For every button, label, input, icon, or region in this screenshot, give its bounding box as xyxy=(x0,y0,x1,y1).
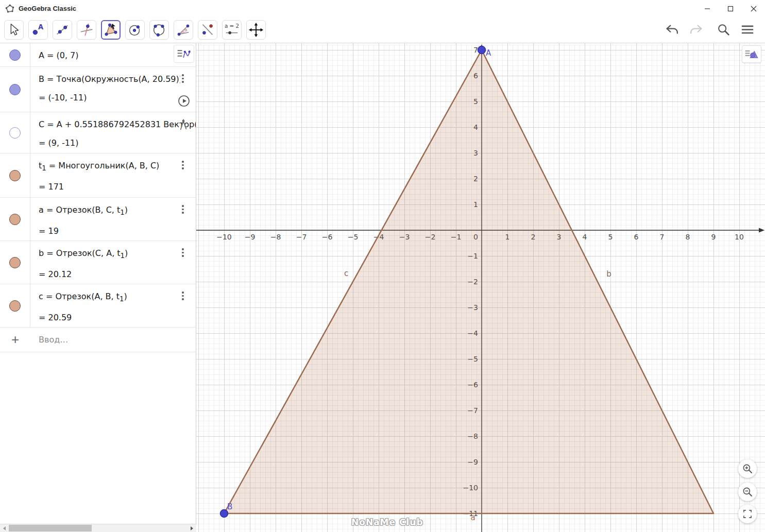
graphics-settings-icon xyxy=(744,47,759,61)
line-icon xyxy=(54,22,71,38)
side-label-a: a xyxy=(470,513,475,522)
expression-t1: t1 = Многоугольник(A, B, C) xyxy=(39,160,180,174)
side-label-c: c xyxy=(344,269,348,278)
hamburger-menu-icon xyxy=(740,22,755,38)
slider-tool-button[interactable]: a = 2 xyxy=(222,20,242,40)
graphics-canvas: −10−9−8−7−6−5−4−3−2−1123456789107654321−… xyxy=(196,43,765,532)
algebra-row-t1[interactable]: t1 = Многоугольник(A, B, C) = 171 xyxy=(0,153,196,198)
visibility-marble-t1[interactable] xyxy=(0,153,30,197)
add-expression-button[interactable]: + xyxy=(0,328,30,352)
minimize-icon xyxy=(704,6,710,12)
kebab-menu-c[interactable] xyxy=(179,291,186,302)
x-axis-arrow xyxy=(759,228,764,233)
conic-through-points-tool-button[interactable] xyxy=(149,20,169,40)
kebab-menu-b[interactable] xyxy=(179,248,186,259)
search-button[interactable] xyxy=(715,21,733,39)
value-b: = 20.12 xyxy=(39,269,180,280)
compass-icon xyxy=(179,119,188,131)
play-animation-button[interactable] xyxy=(178,95,190,107)
algebra-row-b[interactable]: b = Отрезок(C, A, t1) = 20.12 xyxy=(0,241,196,284)
maximize-button[interactable] xyxy=(719,0,742,17)
slider-icon: a = 2 xyxy=(224,22,240,38)
expression-B: B = Точка(Окружность(A, 20.59)) xyxy=(39,74,180,85)
maximize-icon xyxy=(727,6,734,12)
x-tick-label: −5 xyxy=(348,233,359,241)
x-tick-label: −10 xyxy=(216,233,232,241)
visibility-marble-C[interactable] xyxy=(0,112,30,153)
scroll-right-arrow[interactable] xyxy=(188,524,196,532)
visibility-marble-c[interactable] xyxy=(0,284,30,327)
undo-icon xyxy=(665,22,680,38)
scrollbar-thumb[interactable] xyxy=(9,525,92,531)
expression-c: c = Отрезок(A, B, t1) xyxy=(39,291,180,305)
reflect-about-line-tool-button[interactable] xyxy=(198,20,217,40)
svg-text:a = 2: a = 2 xyxy=(225,23,239,29)
algebra-row-c[interactable]: c = Отрезок(A, B, t1) = 20.59 xyxy=(0,284,196,328)
x-tick-label: 6 xyxy=(634,233,639,241)
visibility-marble-B[interactable] xyxy=(0,67,30,112)
value-a: = 19 xyxy=(39,226,180,237)
expression-a: a = Отрезок(B, C, t1) xyxy=(39,204,180,218)
zoom-out-button[interactable] xyxy=(738,483,757,501)
circle-with-center-tool-button[interactable] xyxy=(125,20,145,40)
side-label-b: b xyxy=(606,269,611,279)
kebab-menu-t1[interactable] xyxy=(179,161,186,171)
x-tick-label: −7 xyxy=(296,233,307,241)
construction-layer: cbaAB xyxy=(220,46,714,523)
graphics-view[interactable]: −10−9−8−7−6−5−4−3−2−1123456789107654321−… xyxy=(196,43,765,532)
move-tool-button[interactable] xyxy=(4,20,24,40)
value-t1: = 171 xyxy=(39,181,180,193)
point-label-A: A xyxy=(486,48,491,58)
x-tick-label: 10 xyxy=(735,233,744,241)
title-bar: GeoGebra Classic xyxy=(0,0,765,17)
x-tick-label: 5 xyxy=(608,233,613,241)
move-graphics-view-tool-button[interactable] xyxy=(246,20,266,40)
triangle-t1[interactable] xyxy=(224,50,713,513)
geogebra-logo-icon xyxy=(5,4,14,13)
point-A[interactable] xyxy=(478,46,486,54)
perpendicular-line-tool-button[interactable] xyxy=(77,20,96,40)
zoom-in-button[interactable] xyxy=(738,459,757,478)
fullscreen-button[interactable] xyxy=(738,505,757,523)
fullscreen-icon xyxy=(742,508,753,520)
algebra-row-A[interactable]: A = (0, 7) xyxy=(0,43,196,67)
algebra-style-button[interactable] xyxy=(174,45,194,63)
conic-points-icon xyxy=(151,22,167,38)
zoom-out-icon xyxy=(741,486,754,498)
polygon-tool-button[interactable] xyxy=(101,20,121,40)
point-tool-button[interactable]: A xyxy=(28,20,48,40)
redo-button[interactable] xyxy=(687,21,705,39)
algebra-input-row: + xyxy=(0,328,196,352)
scroll-left-arrow[interactable] xyxy=(0,524,8,532)
circle-center-point-icon xyxy=(127,22,143,38)
algebra-row-C[interactable]: C = A + 0.551886792452831 Вектор(A, B = … xyxy=(0,112,196,153)
x-tick-label: 9 xyxy=(711,233,716,241)
svg-text:A: A xyxy=(38,23,44,31)
cursor-icon xyxy=(6,22,22,38)
geogebra-window: GeoGebra Classic A xyxy=(0,0,765,532)
polygon-icon xyxy=(103,22,119,38)
zoom-in-icon xyxy=(741,462,754,475)
minimize-button[interactable] xyxy=(695,0,719,17)
line-tool-button[interactable] xyxy=(53,20,72,40)
visibility-marble-a[interactable] xyxy=(0,198,30,241)
angle-tool-button[interactable] xyxy=(174,20,193,40)
visibility-marble-b[interactable] xyxy=(0,241,30,284)
visibility-marble-A[interactable] xyxy=(0,43,30,66)
kebab-menu-a[interactable] xyxy=(179,205,186,215)
window-title: GeoGebra Classic xyxy=(19,5,76,12)
x-tick-label: 8 xyxy=(686,233,690,241)
expression-C: C = A + 0.551886792452831 Вектор(A, B xyxy=(39,119,196,130)
undo-button[interactable] xyxy=(663,21,682,39)
algebra-row-a[interactable]: a = Отрезок(B, C, t1) = 19 xyxy=(0,198,196,241)
algebra-row-B[interactable]: B = Точка(Окружность(A, 20.59)) = (-10, … xyxy=(0,67,196,112)
x-tick-label: 4 xyxy=(583,233,587,241)
algebra-input[interactable] xyxy=(30,328,196,352)
x-tick-label: −8 xyxy=(270,233,281,241)
menu-button[interactable] xyxy=(738,21,757,39)
move-view-icon xyxy=(248,22,264,38)
graphics-style-button[interactable] xyxy=(742,45,761,63)
horizontal-scrollbar[interactable] xyxy=(0,524,196,532)
kebab-menu-B[interactable] xyxy=(179,74,186,84)
close-button[interactable] xyxy=(742,0,765,17)
